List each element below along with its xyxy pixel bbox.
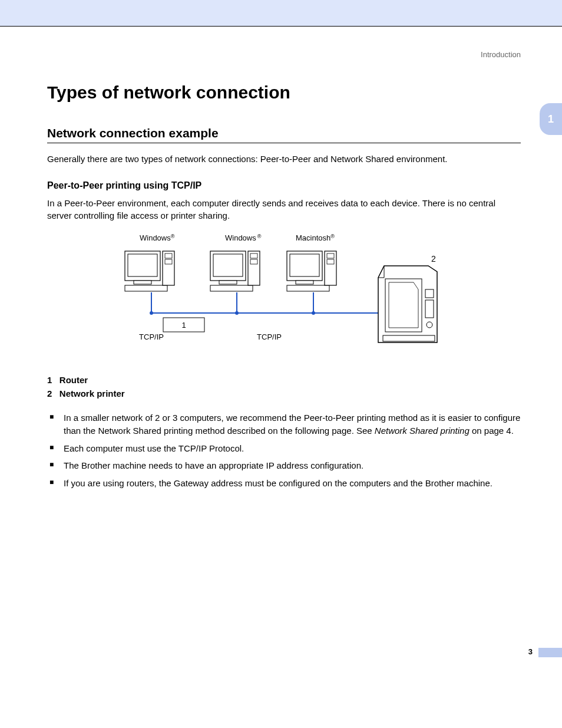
svg-rect-21: [290, 254, 319, 276]
bullet-list: In a smaller network of 2 or 3 computers…: [47, 411, 521, 490]
list-item: If you are using routers, the Gateway ad…: [49, 477, 521, 490]
page-footer: 3: [47, 643, 521, 657]
svg-rect-14: [213, 254, 243, 276]
list-item: The Brother machine needs to have an app…: [49, 459, 521, 472]
computer-icon: [210, 251, 260, 291]
svg-rect-26: [327, 259, 334, 264]
pc3-label: Macintosh®: [296, 233, 335, 242]
svg-point-4: [312, 311, 315, 315]
svg-rect-29: [425, 300, 434, 318]
svg-rect-19: [250, 259, 257, 264]
svg-rect-9: [125, 285, 167, 291]
svg-rect-22: [296, 281, 313, 284]
svg-rect-23: [287, 285, 329, 291]
section-rule: [47, 143, 521, 143]
svg-rect-8: [134, 281, 151, 284]
printer-icon: [378, 266, 437, 342]
legend-item: 1 Router: [47, 375, 521, 385]
svg-rect-16: [210, 285, 253, 291]
pc1-label: Windows®: [140, 233, 175, 242]
network-diagram: Windows® Windows®: [47, 233, 521, 357]
svg-rect-12: [165, 259, 172, 264]
computer-icon: [287, 251, 336, 291]
svg-rect-11: [165, 253, 172, 258]
diagram-legend: 1 Router 2 Network printer: [47, 375, 521, 398]
printer-callout-label: 2: [431, 254, 436, 263]
svg-rect-15: [219, 281, 237, 284]
diagram-svg: Windows® Windows®: [119, 233, 449, 357]
list-item: Each computer must use the TCP/IP Protoc…: [49, 442, 521, 455]
top-header-bar: [0, 0, 562, 26]
legend-item: 2 Network printer: [47, 388, 521, 398]
page-number-accent: [538, 648, 562, 657]
tcpip-label-right: TCP/IP: [257, 332, 282, 341]
section-intro: Generally there are two types of network…: [47, 153, 521, 165]
breadcrumb: Introduction: [47, 50, 521, 59]
tcpip-label-left: TCP/IP: [139, 332, 164, 341]
list-item: In a smaller network of 2 or 3 computers…: [49, 411, 521, 437]
subsection-heading: Peer-to-Peer printing using TCP/IP: [47, 180, 521, 191]
section-heading: Network connection example: [47, 126, 521, 140]
svg-rect-25: [327, 253, 334, 258]
page-title: Types of network connection: [47, 83, 521, 103]
page-number: 3: [528, 647, 533, 656]
router-callout-label: 1: [181, 321, 186, 330]
svg-point-2: [150, 311, 153, 315]
pc2-label: Windows®: [225, 233, 262, 242]
computer-icon: [125, 251, 174, 291]
page-content: Introduction 1 Types of network connecti…: [0, 27, 562, 693]
svg-rect-18: [250, 253, 257, 258]
svg-rect-7: [128, 254, 157, 276]
subsection-body: In a Peer-to-Peer environment, each comp…: [47, 197, 521, 222]
svg-point-30: [427, 322, 432, 328]
svg-rect-28: [425, 289, 434, 298]
svg-point-3: [235, 311, 239, 315]
chapter-tab: 1: [540, 103, 562, 135]
svg-rect-31: [383, 335, 435, 341]
